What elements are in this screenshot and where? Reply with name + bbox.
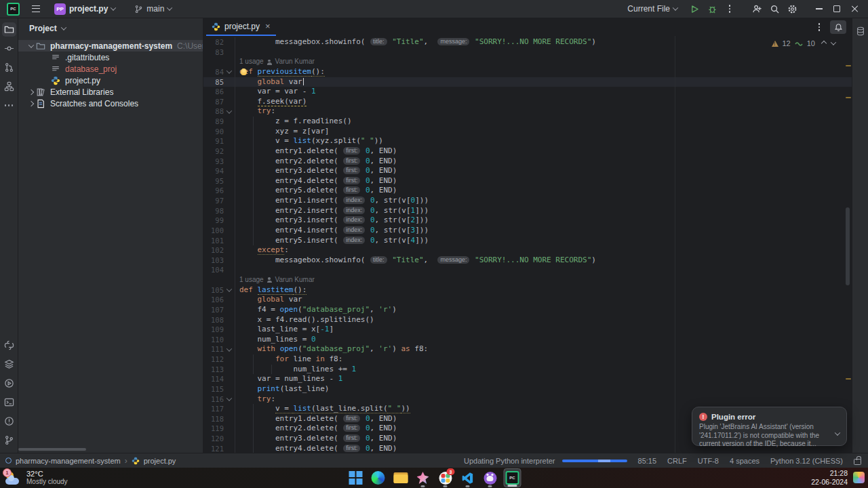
line-number[interactable]: 109	[203, 325, 224, 335]
line-number[interactable]: 92	[203, 146, 224, 157]
taskbar-colorful-app-button[interactable]: 3	[437, 468, 454, 487]
project-tool-button[interactable]	[2, 22, 16, 37]
line-number[interactable]: 106	[203, 295, 224, 305]
fold-gutter[interactable]	[224, 394, 235, 405]
more-tool-button[interactable]	[2, 98, 16, 113]
code-line[interactable]: 113 num_lines += 1	[203, 365, 852, 375]
git-branch-button[interactable]: main	[130, 1, 176, 16]
code-text[interactable]: def previousitem():	[235, 67, 852, 77]
fold-chevron-icon[interactable]	[226, 395, 232, 401]
commit-tool-button[interactable]	[2, 41, 16, 56]
more-actions-button[interactable]	[722, 1, 738, 16]
code-text[interactable]: messagebox.showinfo( title: "Title", mes…	[235, 37, 852, 47]
code-text[interactable]: num_lines = 0	[235, 335, 852, 345]
database-tool-button[interactable]	[853, 24, 867, 38]
code-with-me-button[interactable]	[749, 1, 765, 16]
terminal-tool-button[interactable]	[2, 395, 16, 409]
line-number[interactable]: 115	[203, 384, 224, 394]
code-text[interactable]: entry3.insert( index: 0, str(v[2]))	[235, 216, 852, 226]
line-number[interactable]: 100	[203, 226, 224, 236]
code-line[interactable]: 112 for line in f8:	[203, 354, 852, 365]
taskbar-clock[interactable]: 21:28 22-06-2024	[811, 469, 848, 487]
status-caret-position[interactable]: 85:15	[638, 457, 657, 465]
code-line[interactable]: 111 with open("database_proj", 'r') as f…	[203, 344, 852, 354]
code-line[interactable]: 96 entry5.delete( first: 0, END)	[203, 186, 852, 196]
code-line[interactable]: 104	[203, 265, 852, 275]
author-annotation-row[interactable]: 1 usageVarun Kumar	[203, 275, 852, 285]
author-name[interactable]: Varun Kumar	[275, 275, 315, 285]
line-number[interactable]: 119	[203, 424, 224, 434]
editor-tab-project-py[interactable]: project.py ×	[206, 18, 276, 36]
code-line[interactable]: 94 entry3.delete( first: 0, END)	[203, 166, 852, 176]
code-text[interactable]: entry2.insert( index: 0, str(v[1]))	[235, 206, 852, 216]
project-panel-header[interactable]: Project	[18, 18, 203, 39]
code-line[interactable]: 97 entry1.insert( index: 0, str(v[0]))	[203, 196, 852, 206]
code-text[interactable]: entry5.delete( first: 0, END)	[235, 186, 852, 196]
code-line[interactable]: 114 var = num_lines - 1	[203, 374, 852, 384]
settings-button[interactable]	[784, 1, 800, 16]
line-number[interactable]: 113	[203, 365, 224, 375]
line-number[interactable]: 87	[203, 97, 224, 107]
error-stripe-mark[interactable]	[846, 65, 851, 66]
code-line[interactable]: 105def lastitem():	[203, 285, 852, 296]
code-line[interactable]: 87 f.seek(var)	[203, 97, 852, 107]
code-line[interactable]: 102 except:	[203, 245, 852, 256]
line-number[interactable]: 111	[203, 344, 224, 354]
line-number[interactable]: 102	[203, 245, 224, 256]
code-line[interactable]: 109 last_line = x[-1]	[203, 325, 852, 335]
code-editor[interactable]: 12 10 82 messagebox.showinfo( title: "Ti…	[203, 36, 852, 453]
line-number[interactable]: 114	[203, 374, 224, 384]
code-line[interactable]: 101 entry5.insert( index: 0, str(v[4]))	[203, 236, 852, 246]
usages-hint[interactable]: 1 usage	[239, 275, 264, 285]
close-button[interactable]	[846, 1, 863, 16]
line-number[interactable]: 97	[203, 196, 224, 206]
notification-toast[interactable]: ! Plugin error Plugin 'JetBrains AI Assi…	[692, 407, 847, 446]
pull-requests-tool-button[interactable]	[2, 60, 16, 75]
fold-chevron-icon[interactable]	[226, 346, 232, 351]
code-line[interactable]: 84def previousitem():	[203, 67, 852, 77]
line-number[interactable]: 108	[203, 315, 224, 325]
breadcrumb[interactable]: pharmacy-management-system › project.py	[5, 456, 176, 466]
code-text[interactable]: global var	[235, 77, 852, 87]
code-line[interactable]: 88 try:	[203, 106, 852, 117]
line-number[interactable]: 107	[203, 305, 224, 315]
author-annotation-row[interactable]: 1 usageVarun Kumar	[203, 57, 852, 67]
intention-bulb-icon[interactable]	[241, 68, 247, 75]
minimize-button[interactable]	[811, 1, 827, 16]
line-number[interactable]: 120	[203, 434, 224, 444]
code-text[interactable]: var = num_lines - 1	[235, 374, 852, 384]
code-line[interactable]: 103 messagebox.showinfo( title: "Title",…	[203, 256, 852, 266]
line-number[interactable]: 95	[203, 176, 224, 186]
code-text[interactable]: print(last_line)	[235, 384, 852, 394]
code-text[interactable]: num_lines += 1	[235, 365, 852, 375]
code-text[interactable]: for line in f8:	[235, 354, 852, 365]
line-number[interactable]: 88	[203, 106, 224, 117]
status-line-separator[interactable]: CRLF	[667, 457, 687, 465]
version-control-tool-button[interactable]	[2, 433, 16, 447]
line-number[interactable]: 105	[203, 285, 224, 296]
line-number[interactable]: 117	[203, 404, 224, 414]
run-configuration-selector[interactable]: Current File	[623, 1, 682, 16]
line-number[interactable]: 93	[203, 157, 224, 167]
line-number[interactable]: 121	[203, 444, 224, 453]
taskbar-github-desktop-button[interactable]	[481, 468, 499, 487]
tree-item--gitattributes[interactable]: .gitattributes	[18, 52, 203, 63]
line-number[interactable]: 84	[203, 67, 224, 77]
error-stripe-mark[interactable]	[846, 97, 851, 98]
background-task[interactable]: Updating Python interpreter	[464, 457, 627, 465]
run-tool-button[interactable]	[2, 376, 16, 390]
code-annotation[interactable]: 1 usageVarun Kumar	[235, 57, 852, 67]
code-text[interactable]	[235, 265, 852, 275]
maximize-button[interactable]	[829, 1, 845, 16]
search-everywhere-button[interactable]	[766, 1, 783, 16]
line-number[interactable]: 89	[203, 117, 224, 127]
project-panel-hscrollbar[interactable]	[18, 448, 86, 451]
code-text[interactable]: x = f4.read().splitlines()	[235, 315, 852, 325]
line-number[interactable]	[203, 275, 224, 285]
problems-tool-button[interactable]	[2, 414, 16, 428]
code-text[interactable]: v = list(xyz.split(" "))	[235, 136, 852, 146]
code-text[interactable]: try:	[235, 106, 852, 117]
code-line[interactable]: 90 xyz = z[var]	[203, 127, 852, 137]
line-number[interactable]: 118	[203, 414, 224, 424]
services-tool-button[interactable]	[2, 357, 16, 371]
